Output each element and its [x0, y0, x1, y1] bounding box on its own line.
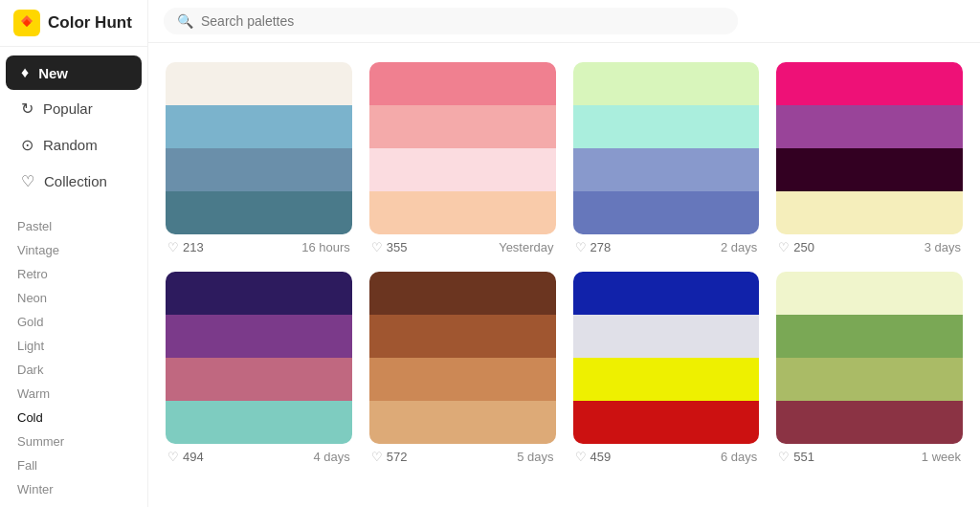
color-swatch	[776, 105, 963, 148]
palette-card[interactable]: ♡ 572 5 days	[369, 272, 556, 464]
top-bar: 🔍	[148, 0, 980, 43]
heart-icon: ♡	[575, 240, 587, 254]
color-swatch	[573, 191, 760, 234]
sidebar-item-random[interactable]: ⊙ Random	[6, 127, 142, 163]
palette-meta: ♡ 213 16 hours	[166, 240, 352, 254]
sidebar-item-label: Random	[43, 137, 98, 153]
likes-count: 278	[590, 240, 612, 254]
palette-card[interactable]: ♡ 459 6 days	[573, 272, 760, 464]
palette-meta: ♡ 572 5 days	[369, 450, 556, 464]
color-swatch	[369, 62, 556, 105]
color-swatch	[573, 148, 760, 191]
likes-count: 551	[793, 450, 814, 464]
tag-gold[interactable]: Gold	[15, 311, 132, 333]
sidebar-item-collection[interactable]: ♡ Collection	[6, 164, 142, 199]
sidebar-item-popular[interactable]: ↻ Popular	[6, 91, 142, 126]
likes-count: 572	[387, 450, 408, 464]
sidebar-item-new[interactable]: ♦ New	[6, 55, 142, 90]
color-swatch	[573, 401, 760, 444]
sidebar-item-label: New	[38, 65, 68, 81]
tag-winter[interactable]: Winter	[15, 478, 132, 500]
heart-icon: ♡	[167, 240, 179, 254]
heart-icon: ♡	[371, 450, 383, 464]
likes-count: 459	[590, 450, 612, 464]
sidebar-item-label: Popular	[43, 100, 93, 117]
color-swatch	[776, 62, 963, 105]
color-swatch	[166, 358, 352, 401]
tag-cold[interactable]: Cold	[15, 407, 132, 429]
palette-meta: ♡ 278 2 days	[573, 240, 760, 254]
color-swatch	[166, 148, 352, 191]
logo[interactable]: Color Hunt	[0, 0, 147, 47]
tag-retro[interactable]: Retro	[15, 263, 132, 285]
tag-neon[interactable]: Neon	[15, 287, 132, 309]
tag-pastel[interactable]: Pastel	[15, 215, 132, 237]
color-swatch	[573, 272, 760, 315]
tag-light[interactable]: Light	[15, 335, 132, 357]
heart-icon: ♡	[371, 240, 383, 254]
color-swatch	[573, 315, 760, 358]
palette-swatches	[166, 62, 352, 234]
main-content: 🔍 ♡ 213 16 hours ♡ 355 Yesterday ♡ 278 2…	[148, 0, 980, 507]
heart-icon: ♡	[575, 450, 587, 464]
palette-swatches	[776, 272, 963, 444]
likes-count: 213	[183, 240, 204, 254]
tag-dark[interactable]: Dark	[15, 359, 132, 381]
palette-card[interactable]: ♡ 494 4 days	[166, 272, 352, 464]
color-swatch	[776, 358, 963, 401]
palette-time: 2 days	[721, 240, 757, 254]
logo-text: Color Hunt	[48, 13, 132, 33]
likes-count: 355	[387, 240, 408, 254]
search-bar[interactable]: 🔍	[164, 8, 738, 34]
collection-icon: ♡	[21, 172, 34, 190]
palette-time: 6 days	[721, 450, 757, 464]
palette-likes[interactable]: ♡ 551	[778, 450, 814, 464]
palette-meta: ♡ 250 3 days	[776, 240, 963, 254]
palette-likes[interactable]: ♡ 213	[167, 240, 204, 254]
likes-count: 250	[793, 240, 814, 254]
palette-card[interactable]: ♡ 213 16 hours	[166, 62, 352, 254]
tag-fall[interactable]: Fall	[15, 454, 132, 476]
palette-card[interactable]: ♡ 278 2 days	[573, 62, 760, 254]
palette-meta: ♡ 551 1 week	[776, 450, 963, 464]
palette-swatches	[573, 62, 760, 234]
sidebar-nav: ♦ New↻ Popular⊙ Random♡ Collection	[0, 47, 147, 208]
palette-likes[interactable]: ♡ 278	[575, 240, 612, 254]
sidebar: Color Hunt ♦ New↻ Popular⊙ Random♡ Colle…	[0, 0, 148, 507]
palette-swatches	[573, 272, 760, 444]
tag-vintage[interactable]: Vintage	[15, 239, 132, 261]
random-icon: ⊙	[21, 136, 33, 154]
palette-likes[interactable]: ♡ 355	[371, 240, 408, 254]
color-swatch	[776, 401, 963, 444]
heart-icon: ♡	[167, 450, 179, 464]
palette-time: Yesterday	[499, 240, 553, 254]
search-icon: 🔍	[177, 13, 193, 29]
palette-likes[interactable]: ♡ 572	[371, 450, 408, 464]
tag-summer[interactable]: Summer	[15, 430, 132, 452]
palette-time: 1 week	[922, 450, 961, 464]
color-swatch	[369, 105, 556, 148]
logo-icon	[13, 10, 40, 36]
color-swatch	[573, 62, 760, 105]
new-icon: ♦	[21, 64, 29, 81]
palette-card[interactable]: ♡ 355 Yesterday	[369, 62, 556, 254]
palette-likes[interactable]: ♡ 494	[167, 450, 204, 464]
color-swatch	[166, 62, 352, 105]
color-swatch	[166, 272, 352, 315]
color-swatch	[776, 315, 963, 358]
palette-likes[interactable]: ♡ 459	[575, 450, 612, 464]
palette-card[interactable]: ♡ 250 3 days	[776, 62, 963, 254]
color-swatch	[573, 105, 760, 148]
palette-likes[interactable]: ♡ 250	[778, 240, 814, 254]
palette-swatches	[369, 62, 556, 234]
color-swatch	[369, 272, 556, 315]
tag-warm[interactable]: Warm	[15, 383, 132, 405]
color-swatch	[776, 191, 963, 234]
color-swatch	[166, 315, 352, 358]
palette-time: 4 days	[313, 450, 349, 464]
palette-time: 16 hours	[301, 240, 350, 254]
search-input[interactable]	[201, 13, 724, 29]
popular-icon: ↻	[21, 99, 33, 118]
palette-card[interactable]: ♡ 551 1 week	[776, 272, 963, 464]
palettes-grid: ♡ 213 16 hours ♡ 355 Yesterday ♡ 278 2 d…	[148, 43, 980, 507]
